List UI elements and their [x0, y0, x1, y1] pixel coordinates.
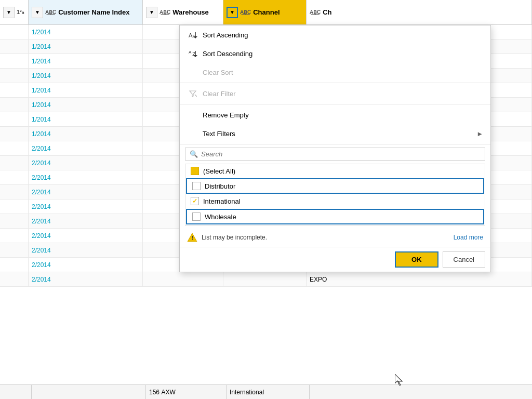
- text-filters-item[interactable]: Text Filters ►: [180, 124, 490, 143]
- footer-cell-warehouse: 156 AXW: [146, 385, 227, 399]
- filter-checkbox-list: (Select All) Distributor ✓ International…: [185, 164, 485, 226]
- grid-footer: 156 AXW International: [0, 384, 532, 399]
- sort-ascending-label: Sort Ascending: [203, 31, 248, 39]
- search-input[interactable]: [201, 150, 481, 158]
- ok-button[interactable]: OK: [395, 251, 438, 268]
- wholesale-label: Wholesale: [205, 213, 236, 221]
- filter-search-box[interactable]: 🔍: [185, 148, 485, 161]
- channel-dropdown-btn[interactable]: ▼: [227, 7, 238, 18]
- customer-dropdown-btn[interactable]: ▼: [32, 7, 43, 18]
- channel-icon: A͟B͟C: [240, 9, 251, 15]
- warning-left: ! List may be incomplete.: [187, 232, 267, 243]
- clear-sort-icon: [187, 66, 198, 78]
- filter-item-international[interactable]: ✓ International: [185, 194, 485, 208]
- menu-separator-3: [180, 144, 490, 144]
- remove-empty-item[interactable]: Remove Empty: [180, 105, 490, 124]
- clear-sort-label: Clear Sort: [203, 69, 233, 76]
- distributor-checkbox[interactable]: [192, 182, 201, 190]
- clear-filter-label: Clear Filter: [203, 90, 236, 98]
- warning-area: ! List may be incomplete. Load more: [180, 228, 490, 247]
- table-row: 2/2014 EXPO: [0, 272, 532, 287]
- warehouse-dropdown-btn[interactable]: ▼: [146, 7, 157, 18]
- footer-cell-index: [3, 385, 32, 399]
- international-label: International: [203, 197, 241, 205]
- cancel-button[interactable]: Cancel: [443, 251, 485, 268]
- search-icon: 🔍: [190, 150, 198, 158]
- grid-cell-index: [0, 25, 29, 39]
- customer-icon: A͟B͟C: [45, 9, 56, 15]
- svg-text:Z: Z: [192, 34, 195, 38]
- svg-text:!: !: [192, 235, 194, 241]
- index-dropdown-btn[interactable]: ▼: [3, 7, 15, 18]
- sort-ascending-item[interactable]: A Z Sort Ascending: [180, 25, 490, 44]
- warehouse-icon: A͟B͟C: [159, 9, 170, 15]
- menu-separator-1: [180, 83, 490, 83]
- text-filters-arrow: ►: [476, 130, 483, 138]
- warning-text: List may be incomplete.: [202, 234, 267, 241]
- footer-warehouse-val: 156: [149, 389, 159, 396]
- distributor-label: Distributor: [205, 182, 235, 190]
- text-filters-label: Text Filters: [203, 130, 235, 138]
- header-channel-label: Channel: [253, 8, 280, 16]
- ch2-icon: A͟B͟C: [310, 9, 321, 15]
- column-filter-dropdown: A Z Sort Ascending A Z Sort Descending C…: [179, 25, 491, 272]
- svg-text:A: A: [189, 50, 192, 55]
- footer-warehouse-code: AXW: [161, 389, 175, 396]
- filter-item-wholesale[interactable]: Wholesale: [186, 209, 484, 224]
- clear-sort-item[interactable]: Clear Sort: [180, 63, 490, 82]
- sort-ascending-icon: A Z: [187, 29, 198, 41]
- remove-empty-label: Remove Empty: [203, 111, 249, 119]
- header-cell-index: ▼ 1²₃ 1²₃: [0, 0, 29, 24]
- select-all-item[interactable]: (Select All): [185, 164, 485, 178]
- sort-descending-label: Sort Descending: [203, 50, 252, 58]
- filter-item-distributor[interactable]: Distributor: [186, 178, 484, 194]
- svg-line-8: [195, 95, 197, 97]
- footer-channel-val: International: [230, 389, 264, 396]
- clear-filter-item[interactable]: Clear Filter: [180, 84, 490, 103]
- sort-descending-icon: A Z: [187, 48, 198, 59]
- remove-empty-icon: [187, 109, 198, 121]
- menu-separator-2: [180, 104, 490, 104]
- warning-icon: !: [187, 232, 197, 243]
- sort-descending-item[interactable]: A Z Sort Descending: [180, 44, 490, 63]
- header-cell-ch2: A͟B͟C Ch: [307, 0, 532, 24]
- footer-cell-customer: [32, 385, 146, 399]
- footer-cell-channel: International: [227, 385, 310, 399]
- select-all-checkbox[interactable]: [191, 167, 199, 175]
- dialog-button-row: OK Cancel: [180, 247, 490, 272]
- grid-header: ▼ 1²₃ 1²₃ ▼ A͟B͟C Customer Name Index ▼ …: [0, 0, 532, 25]
- header-cell-warehouse: ▼ A͟B͟C Warehouse: [143, 0, 223, 24]
- international-checkbox[interactable]: ✓: [191, 197, 199, 205]
- header-customer-label: Customer Name Index: [58, 8, 129, 16]
- header-cell-channel: ▼ A͟B͟C Channel: [223, 0, 307, 24]
- text-filters-icon: [187, 128, 198, 139]
- clear-filter-icon: [187, 88, 198, 99]
- index-icon: 1²₃: [17, 9, 24, 16]
- load-more-link[interactable]: Load more: [454, 234, 483, 241]
- header-warehouse-label: Warehouse: [172, 8, 209, 16]
- header-cell-customer: ▼ A͟B͟C Customer Name Index: [29, 0, 143, 24]
- grid-cell-customer: 1/2014: [29, 25, 143, 39]
- header-ch2-label: Ch: [323, 8, 331, 16]
- wholesale-checkbox[interactable]: [192, 212, 201, 221]
- select-all-label: (Select All): [203, 167, 235, 175]
